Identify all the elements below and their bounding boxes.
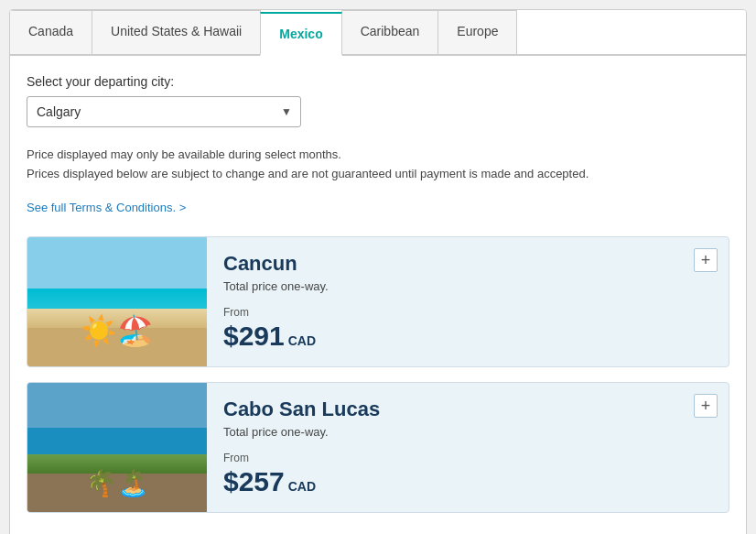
expand-button-cabo[interactable]: + xyxy=(694,394,718,418)
destination-card-cabo: Cabo San Lucas Total price one-way. From… xyxy=(27,382,729,513)
page-content: Select your departing city: Calgary Vanc… xyxy=(10,56,746,534)
expand-button-cancun[interactable]: + xyxy=(694,248,718,272)
disclaimer-line2: Prices displayed below are subject to ch… xyxy=(27,165,729,184)
disclaimer-text: Price displayed may only be available du… xyxy=(27,146,729,184)
disclaimer-line1: Price displayed may only be available du… xyxy=(27,146,729,165)
destination-name-cabo: Cabo San Lucas xyxy=(223,398,712,421)
price-currency-cancun: CAD xyxy=(288,333,316,348)
price-label-cancun: Total price one-way. xyxy=(223,279,712,293)
destination-image-cabo xyxy=(27,383,207,512)
destination-name-cancun: Cancun xyxy=(223,252,712,276)
destination-info-cancun: Cancun Total price one-way. From $291 CA… xyxy=(207,237,729,366)
departing-label: Select your departing city: xyxy=(27,74,729,89)
tab-bar: Canada United States & Hawaii Mexico Car… xyxy=(10,10,746,56)
tab-caribbean[interactable]: Caribbean xyxy=(341,10,439,54)
price-amount-cancun: $291 xyxy=(223,321,285,352)
main-container: Canada United States & Hawaii Mexico Car… xyxy=(9,9,747,534)
price-row-cancun: $291 CAD xyxy=(223,321,712,352)
terms-link[interactable]: See full Terms & Conditions. > xyxy=(27,201,186,214)
destination-image-cancun xyxy=(27,237,207,366)
tab-us-hawaii[interactable]: United States & Hawaii xyxy=(92,10,261,54)
from-label-cabo: From xyxy=(223,452,712,464)
price-amount-cabo: $257 xyxy=(223,466,285,497)
from-label-cancun: From xyxy=(223,306,712,319)
price-row-cabo: $257 CAD xyxy=(223,466,712,497)
city-select-wrapper: Calgary Vancouver Toronto Montreal ▼ xyxy=(27,96,301,127)
price-label-cabo: Total price one-way. xyxy=(223,425,712,439)
city-select[interactable]: Calgary Vancouver Toronto Montreal xyxy=(27,96,301,127)
tab-canada[interactable]: Canada xyxy=(10,10,92,54)
cancun-image xyxy=(27,237,207,366)
tab-europe[interactable]: Europe xyxy=(437,10,517,54)
cabo-image xyxy=(27,383,207,512)
tab-mexico[interactable]: Mexico xyxy=(260,12,341,56)
destination-card-cancun: Cancun Total price one-way. From $291 CA… xyxy=(27,236,729,367)
price-currency-cabo: CAD xyxy=(288,479,316,494)
destination-info-cabo: Cabo San Lucas Total price one-way. From… xyxy=(207,383,729,512)
